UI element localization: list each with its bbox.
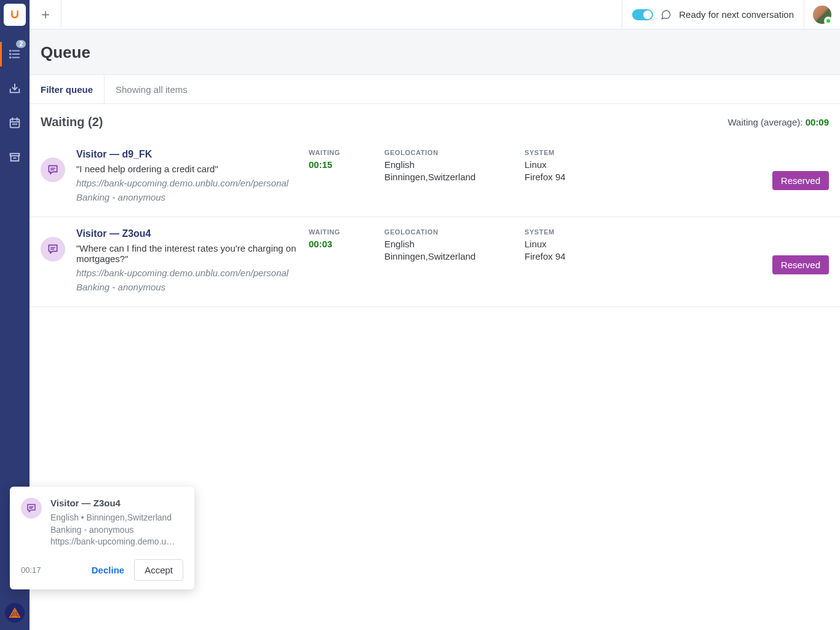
svg-point-13 xyxy=(13,124,14,124)
queue-badge: 2 xyxy=(16,40,26,48)
waiting-average: Waiting (average): 00:09 xyxy=(727,117,829,127)
col-system-label: SYSTEM xyxy=(525,149,623,156)
sys-os: Linux xyxy=(525,238,623,250)
svg-point-14 xyxy=(15,124,15,124)
col-system-label: SYSTEM xyxy=(525,228,623,236)
geo-lang: English xyxy=(384,159,513,171)
sys-browser: Firefox 94 xyxy=(525,250,623,263)
col-waiting-label: WAITING xyxy=(309,149,373,156)
visitor-message: "Where can I find the interest rates you… xyxy=(76,243,298,264)
nav-calendar-icon[interactable] xyxy=(0,113,30,133)
toast-timer: 00:17 xyxy=(21,565,41,575)
app-logo[interactable] xyxy=(4,4,26,26)
tab-filter-queue[interactable]: Filter queue xyxy=(30,75,105,103)
chat-icon xyxy=(41,158,65,182)
visitor-title: Visitor — d9_FK xyxy=(76,149,298,160)
toast-line: English • Binningen,Switzerland xyxy=(50,512,175,524)
svg-point-0 xyxy=(11,10,13,12)
ready-status-text: Ready for next conversation xyxy=(679,9,794,20)
geo-lang: English xyxy=(384,238,513,250)
svg-point-15 xyxy=(16,124,17,124)
waiting-time: 00:15 xyxy=(309,159,373,171)
accept-button[interactable]: Accept xyxy=(134,559,183,581)
ready-toggle[interactable] xyxy=(632,9,653,20)
chat-bubble-icon xyxy=(660,9,672,20)
new-tab-button[interactable] xyxy=(30,0,61,29)
incoming-toast: Visitor — Z3ou4 English • Binningen,Swit… xyxy=(10,487,194,589)
geo-loc: Binningen,Switzerland xyxy=(384,250,513,263)
queue-row[interactable]: Visitor — d9_FK "I need help ordering a … xyxy=(30,138,840,217)
geo-loc: Binningen,Switzerland xyxy=(384,171,513,183)
sys-browser: Firefox 94 xyxy=(525,171,623,183)
reserved-button[interactable]: Reserved xyxy=(772,171,829,190)
visitor-title: Visitor — Z3ou4 xyxy=(76,228,298,239)
visitor-url: https://bank-upcoming.demo.unblu.com/en/… xyxy=(76,177,298,204)
nav-queue-icon[interactable]: 2 xyxy=(0,44,30,64)
nav-archive-icon[interactable] xyxy=(0,148,30,167)
waiting-header: Waiting (2) Waiting (average): 00:09 xyxy=(30,104,840,138)
col-geo-label: GEOLOCATION xyxy=(384,228,513,236)
presence-dot xyxy=(825,18,831,24)
reserved-button[interactable]: Reserved xyxy=(772,255,829,274)
queue-list: Visitor — d9_FK "I need help ordering a … xyxy=(30,138,840,307)
bottom-indicator-icon[interactable]: $ xyxy=(5,603,25,623)
svg-rect-9 xyxy=(10,119,20,128)
page-title: Queue xyxy=(30,30,840,74)
chat-icon xyxy=(41,237,65,261)
toast-line: Banking - anonymous xyxy=(50,524,175,536)
tab-row: Filter queue Showing all items xyxy=(30,74,840,104)
nav-inbox-icon[interactable] xyxy=(0,79,30,98)
waiting-title: Waiting (2) xyxy=(41,115,103,129)
tab-showing-all: Showing all items xyxy=(105,75,199,103)
avatar-container xyxy=(804,0,840,29)
sys-os: Linux xyxy=(525,159,623,171)
chat-icon xyxy=(21,498,42,519)
svg-point-7 xyxy=(10,57,11,58)
queue-row[interactable]: Visitor — Z3ou4 "Where can I find the in… xyxy=(30,217,840,307)
waiting-time: 00:03 xyxy=(309,238,373,250)
toast-title: Visitor — Z3ou4 xyxy=(50,498,175,508)
decline-button[interactable]: Decline xyxy=(92,565,124,575)
col-geo-label: GEOLOCATION xyxy=(384,149,513,156)
svg-point-6 xyxy=(10,54,11,55)
header: Ready for next conversation xyxy=(30,0,840,30)
toast-line: https://bank-upcoming.demo.u… xyxy=(50,536,175,548)
visitor-url: https://bank-upcoming.demo.unblu.com/en/… xyxy=(76,266,298,294)
visitor-message: "I need help ordering a credit card" xyxy=(76,164,298,174)
svg-rect-16 xyxy=(10,154,20,156)
svg-point-1 xyxy=(17,10,18,12)
svg-point-5 xyxy=(10,50,11,52)
col-waiting-label: WAITING xyxy=(309,228,373,236)
ready-status-box: Ready for next conversation xyxy=(622,0,804,29)
